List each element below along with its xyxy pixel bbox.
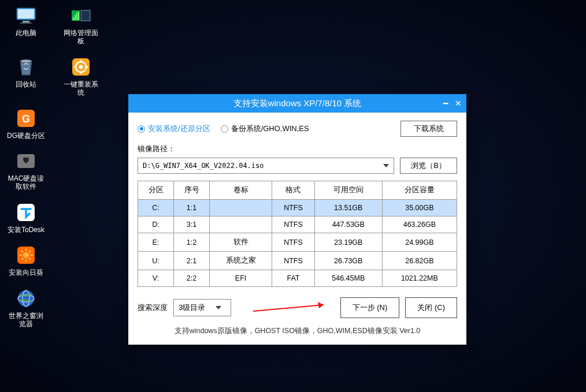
image-path-dropdown[interactable]: D:\G_WIN7_X64_OK_V2022.04.iso — [138, 158, 394, 174]
table-row[interactable]: U: 2:1 系统之家 NTFS 26.73GB 26.82GB — [138, 252, 457, 270]
radio-label: 安装系统/还原分区 — [148, 124, 210, 134]
svg-rect-6 — [75, 15, 76, 20]
chevron-down-icon — [383, 164, 389, 167]
table-row[interactable]: V: 2:2 EFI FAT 546.45MB 1021.22MB — [138, 270, 457, 287]
svg-point-13 — [79, 65, 83, 69]
svg-point-28 — [18, 290, 34, 307]
svg-line-31 — [253, 305, 324, 311]
image-path-value: D:\G_WIN7_X64_OK_V2022.04.iso — [143, 162, 264, 170]
desktop-icon-this-pc[interactable]: 此电脑 — [6, 5, 46, 46]
recycle-bin-icon — [14, 56, 38, 78]
col-free: 可用空间 — [314, 181, 382, 200]
svg-rect-8 — [78, 12, 79, 20]
minimize-button[interactable]: ━ — [443, 99, 448, 108]
svg-point-10 — [20, 59, 32, 63]
desktop-icons: 此电脑 网络管理面板 回收站 一键重装系统 G DG硬盘分区 — [6, 5, 101, 328]
desktop-label: 一键重装系统 — [61, 80, 101, 97]
theworld-browser-icon — [14, 288, 38, 309]
search-depth-value: 3级目录 — [179, 303, 205, 313]
desktop-label: 网络管理面板 — [61, 29, 101, 46]
search-depth-select[interactable]: 3级目录 — [173, 299, 231, 316]
footer-text: 支持windows原版镜像，GHOST ISO镜像，GHO,WIM,ESD镜像安… — [138, 326, 457, 339]
col-format: 格式 — [272, 181, 315, 200]
col-partition: 分区 — [138, 181, 174, 200]
svg-rect-5 — [73, 17, 74, 20]
col-index: 序号 — [174, 181, 210, 200]
desktop-icon-recycle-bin[interactable]: 回收站 — [6, 56, 46, 97]
svg-marker-32 — [318, 302, 324, 308]
desktop-label: 回收站 — [16, 80, 36, 88]
svg-point-19 — [23, 252, 29, 258]
table-row[interactable]: E: 1:2 软件 NTFS 23.19GB 24.99GB — [138, 233, 457, 252]
titlebar[interactable]: 支持安装windows XP/7/8/10 系统 ━ ✕ — [128, 94, 466, 113]
radio-label: 备份系统/GHO,WIN,ES — [231, 124, 309, 134]
svg-rect-1 — [18, 9, 34, 18]
close-x-button[interactable]: ✕ — [455, 99, 462, 108]
download-system-button[interactable]: 下载系统 — [400, 121, 457, 137]
radio-backup[interactable]: 备份系统/GHO,WIN,ES — [221, 124, 309, 134]
install-dialog: 支持安装windows XP/7/8/10 系统 ━ ✕ 安装系统/还原分区 备… — [128, 94, 466, 345]
col-total: 分区容量 — [382, 181, 457, 200]
browse-button[interactable]: 浏览（B） — [400, 158, 457, 174]
dialog-body: 安装系统/还原分区 备份系统/GHO,WIN,ES 下载系统 镜像路径： D:\… — [128, 113, 466, 345]
close-button[interactable]: 关闭 (C) — [405, 297, 457, 318]
desktop-icon-theworld-browser[interactable]: 世界之窗浏览器 — [6, 288, 46, 328]
desktop-icon-mac-disk[interactable]: MAC硬盘读取软件 — [6, 150, 46, 191]
table-row[interactable]: C: 1:1 NTFS 13.51GB 35.00GB — [138, 200, 457, 216]
search-depth-label: 搜索深度 — [138, 303, 168, 313]
todesk-icon — [14, 201, 38, 223]
desktop-icon-diskgenius[interactable]: G DG硬盘分区 — [6, 107, 46, 140]
mac-disk-icon — [14, 150, 38, 172]
svg-text:G: G — [22, 113, 30, 125]
chevron-down-icon — [216, 306, 221, 309]
dialog-title: 支持安装windows XP/7/8/10 系统 — [233, 98, 362, 109]
desktop-label: 世界之窗浏览器 — [6, 312, 46, 328]
desktop-label: DG硬盘分区 — [7, 132, 45, 140]
next-button[interactable]: 下一步 (N) — [340, 297, 400, 318]
diskgenius-icon: G — [14, 107, 38, 129]
svg-rect-9 — [81, 10, 90, 21]
image-path-label: 镜像路径： — [138, 144, 457, 154]
svg-rect-2 — [23, 21, 29, 23]
reinstall-icon — [69, 56, 93, 78]
network-panel-icon — [69, 5, 93, 27]
sunflower-icon — [14, 244, 38, 266]
desktop-label: 安装向日葵 — [9, 268, 43, 277]
desktop-label: MAC硬盘读取软件 — [6, 174, 46, 191]
this-pc-icon — [14, 5, 38, 27]
desktop-icon-reinstall[interactable]: 一键重装系统 — [61, 56, 101, 97]
desktop-label: 此电脑 — [16, 29, 36, 37]
svg-rect-3 — [20, 23, 32, 24]
radio-install-restore[interactable]: 安装系统/还原分区 — [138, 124, 210, 134]
desktop-icon-network-panel[interactable]: 网络管理面板 — [61, 5, 101, 46]
red-arrow-indicator — [253, 301, 334, 314]
col-volume: 卷标 — [210, 181, 272, 200]
desktop-label: 安装ToDesk — [8, 226, 44, 234]
partition-table: 分区 序号 卷标 格式 可用空间 分区容量 C: 1:1 NTFS 13.51G… — [138, 181, 457, 287]
desktop-icon-todesk[interactable]: 安装ToDesk — [6, 201, 46, 234]
desktop-icon-sunflower[interactable]: 安装向日葵 — [6, 244, 46, 277]
svg-rect-7 — [76, 13, 77, 20]
table-row[interactable]: D: 3:1 NTFS 447.53GB 463.26GB — [138, 216, 457, 233]
